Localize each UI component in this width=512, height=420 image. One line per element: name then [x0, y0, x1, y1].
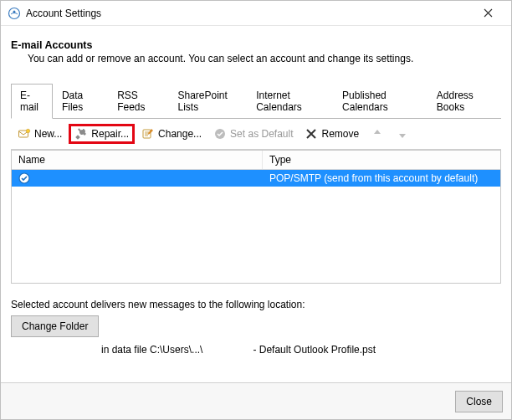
page-title: E-mail Accounts	[11, 39, 501, 51]
arrow-up-icon	[371, 127, 384, 141]
change-folder-button[interactable]: Change Folder	[11, 315, 99, 337]
page-subtitle: You can add or remove an account. You ca…	[28, 53, 501, 64]
table-body: POP/SMTP (send from this account by defa…	[12, 170, 500, 283]
arrow-down-icon	[396, 127, 409, 141]
check-circle-icon	[213, 127, 227, 141]
window-title: Account Settings	[26, 8, 471, 19]
change-button[interactable]: Change...	[136, 125, 207, 143]
tab-published-calendars[interactable]: Published Calendars	[333, 84, 428, 119]
remove-button[interactable]: Remove	[300, 125, 364, 143]
delivery-path: in data file C:\Users\...\ - Default Out…	[101, 344, 501, 356]
close-button[interactable]: Close	[455, 391, 503, 412]
dialog-footer: Close	[1, 382, 511, 419]
move-up-button	[366, 125, 389, 143]
tab-sharepoint-lists[interactable]: SharePoint Lists	[168, 84, 247, 119]
cell-name	[12, 171, 263, 186]
new-mail-icon	[18, 127, 31, 141]
move-down-button	[391, 125, 414, 143]
change-icon	[141, 127, 155, 141]
repair-icon	[74, 127, 88, 141]
tab-address-books[interactable]: Address Books	[428, 84, 501, 119]
svg-rect-4	[76, 135, 81, 140]
accounts-table: Name Type POP/SMTP (send from this accou…	[11, 150, 501, 284]
app-icon	[8, 7, 21, 20]
remove-icon	[305, 127, 318, 141]
new-button[interactable]: New...	[13, 125, 67, 143]
delivery-path-suffix: - Default Outlook Profile.pst	[253, 344, 376, 356]
tab-data-files[interactable]: Data Files	[53, 84, 108, 119]
cell-type: POP/SMTP (send from this account by defa…	[263, 171, 500, 186]
tab-bar: E-mail Data Files RSS Feeds SharePoint L…	[11, 83, 501, 119]
svg-point-1	[13, 10, 16, 13]
account-settings-window: Account Settings E-mail Accounts You can…	[0, 0, 512, 420]
default-account-check-icon	[18, 172, 30, 184]
repair-button[interactable]: Repair...	[69, 124, 135, 144]
delivery-label: Selected account delivers new messages t…	[11, 299, 501, 310]
content-area: E-mail Accounts You can add or remove an…	[1, 26, 511, 382]
close-icon	[484, 8, 493, 18]
tab-email[interactable]: E-mail	[11, 84, 53, 119]
close-window-button[interactable]	[471, 1, 504, 25]
svg-point-3	[26, 129, 29, 132]
column-header-name[interactable]: Name	[12, 151, 263, 169]
column-header-type[interactable]: Type	[263, 151, 500, 169]
delivery-path-prefix: in data file C:\Users\...\	[101, 344, 202, 356]
table-header: Name Type	[12, 151, 500, 170]
toolbar: New... Repair... Change... Set as Defaul…	[11, 119, 501, 150]
table-row[interactable]: POP/SMTP (send from this account by defa…	[12, 170, 500, 187]
titlebar: Account Settings	[1, 1, 511, 26]
tab-rss-feeds[interactable]: RSS Feeds	[108, 84, 168, 119]
tab-internet-calendars[interactable]: Internet Calendars	[247, 84, 333, 119]
set-default-button: Set as Default	[208, 125, 298, 143]
